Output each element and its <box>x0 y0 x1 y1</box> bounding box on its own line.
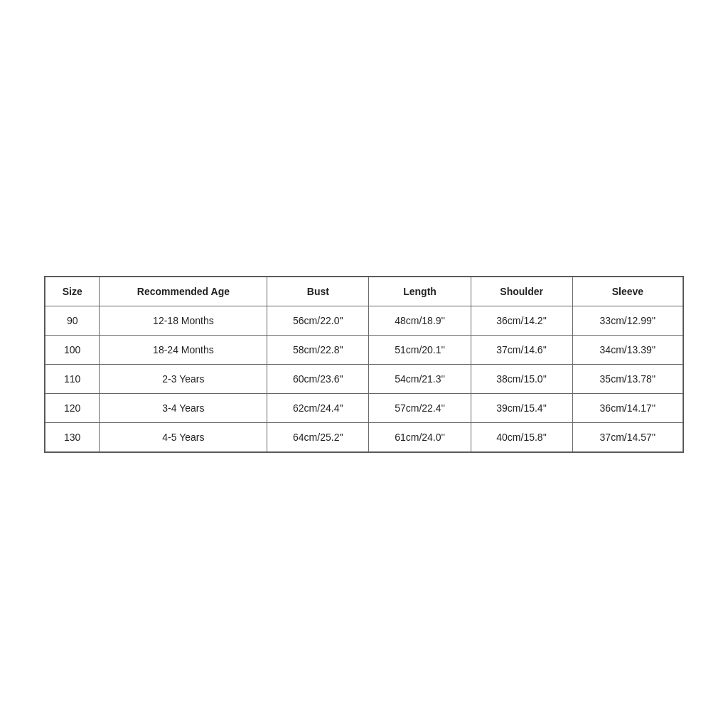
size-chart-table: Size Recommended Age Bust Length Shoulde… <box>45 277 683 452</box>
cell-age: 2-3 Years <box>100 364 267 393</box>
cell-size: 130 <box>46 422 100 451</box>
col-header-shoulder: Shoulder <box>471 277 572 306</box>
cell-bust: 64cm/25.2'' <box>267 422 369 451</box>
cell-size: 110 <box>46 364 100 393</box>
cell-bust: 60cm/23.6'' <box>267 364 369 393</box>
col-header-bust: Bust <box>267 277 369 306</box>
cell-age: 4-5 Years <box>100 422 267 451</box>
table-row: 1102-3 Years60cm/23.6''54cm/21.3''38cm/1… <box>46 364 683 393</box>
col-header-size: Size <box>46 277 100 306</box>
table-header-row: Size Recommended Age Bust Length Shoulde… <box>46 277 683 306</box>
cell-shoulder: 40cm/15.8'' <box>471 422 572 451</box>
cell-shoulder: 39cm/15.4'' <box>471 393 572 422</box>
cell-shoulder: 38cm/15.0'' <box>471 364 572 393</box>
table-row: 1304-5 Years64cm/25.2''61cm/24.0''40cm/1… <box>46 422 683 451</box>
cell-age: 18-24 Months <box>100 335 267 364</box>
cell-bust: 62cm/24.4'' <box>267 393 369 422</box>
cell-length: 51cm/20.1'' <box>369 335 471 364</box>
cell-length: 54cm/21.3'' <box>369 364 471 393</box>
cell-bust: 58cm/22.8'' <box>267 335 369 364</box>
cell-bust: 56cm/22.0'' <box>267 306 369 335</box>
cell-shoulder: 37cm/14.6'' <box>471 335 572 364</box>
cell-age: 12-18 Months <box>100 306 267 335</box>
cell-sleeve: 35cm/13.78'' <box>572 364 682 393</box>
cell-age: 3-4 Years <box>100 393 267 422</box>
cell-sleeve: 36cm/14.17'' <box>572 393 682 422</box>
table-row: 10018-24 Months58cm/22.8''51cm/20.1''37c… <box>46 335 683 364</box>
cell-shoulder: 36cm/14.2'' <box>471 306 572 335</box>
cell-length: 57cm/22.4'' <box>369 393 471 422</box>
col-header-length: Length <box>369 277 471 306</box>
table-row: 1203-4 Years62cm/24.4''57cm/22.4''39cm/1… <box>46 393 683 422</box>
cell-sleeve: 34cm/13.39'' <box>572 335 682 364</box>
cell-size: 90 <box>46 306 100 335</box>
cell-sleeve: 33cm/12.99'' <box>572 306 682 335</box>
col-header-sleeve: Sleeve <box>572 277 682 306</box>
cell-size: 100 <box>46 335 100 364</box>
size-chart-container: Size Recommended Age Bust Length Shoulde… <box>44 276 684 453</box>
col-header-recommended-age: Recommended Age <box>100 277 267 306</box>
table-row: 9012-18 Months56cm/22.0''48cm/18.9''36cm… <box>46 306 683 335</box>
cell-size: 120 <box>46 393 100 422</box>
cell-length: 48cm/18.9'' <box>369 306 471 335</box>
cell-sleeve: 37cm/14.57'' <box>572 422 682 451</box>
cell-length: 61cm/24.0'' <box>369 422 471 451</box>
